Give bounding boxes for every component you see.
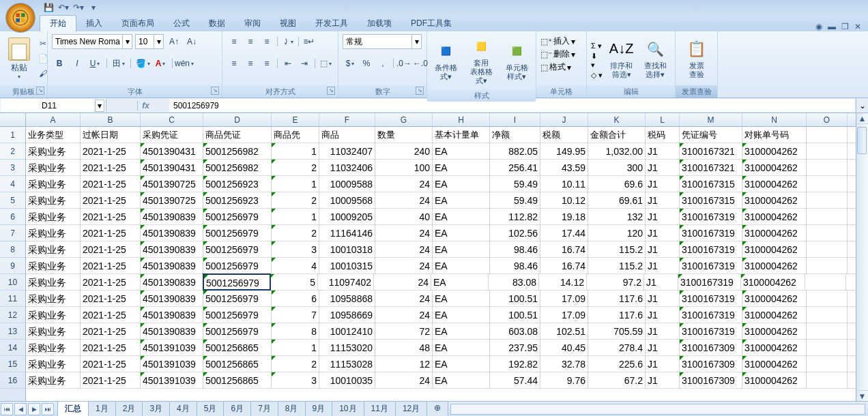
sheet-tab[interactable]: 2月: [115, 402, 143, 417]
data-cell[interactable]: 3: [272, 241, 319, 257]
data-cell[interactable]: 3100004262: [742, 291, 807, 306]
data-cell[interactable]: 2021-1-25: [81, 209, 141, 224]
increase-decimal-icon[interactable]: .0→: [396, 56, 411, 71]
data-cell[interactable]: 6: [272, 291, 319, 306]
data-cell[interactable]: 4501390839: [141, 274, 203, 290]
sheet-tab[interactable]: 10月: [332, 402, 364, 417]
data-cell[interactable]: J1: [646, 356, 680, 372]
data-cell[interactable]: J1: [646, 209, 680, 224]
column-header[interactable]: F: [319, 113, 375, 126]
horizontal-scrollbar[interactable]: [450, 404, 865, 415]
sheet-nav-last-icon[interactable]: ⏭: [42, 403, 54, 415]
data-cell[interactable]: 11153020: [319, 340, 375, 355]
data-cell[interactable]: 3100167319: [680, 307, 742, 323]
ribbon-tab[interactable]: 开始: [40, 15, 76, 31]
table-format-button[interactable]: 🟨套用 表格格式▾: [464, 34, 499, 87]
data-cell[interactable]: 1: [272, 176, 319, 192]
autosum-button[interactable]: Σ ▾: [591, 42, 603, 50]
data-cell[interactable]: 5001256979: [203, 209, 272, 224]
data-cell[interactable]: 3100004262: [742, 176, 807, 192]
cell-styles-button[interactable]: 🟩单元格 样式▾: [502, 39, 532, 83]
header-cell[interactable]: 过帐日期: [81, 127, 141, 143]
data-cell[interactable]: 10012410: [319, 323, 375, 339]
data-cell[interactable]: 300: [588, 160, 646, 175]
data-cell[interactable]: 69.6: [588, 176, 646, 192]
data-cell[interactable]: 4501390839: [141, 225, 203, 241]
data-cell[interactable]: 5001256982: [203, 160, 272, 175]
data-cell[interactable]: 5001256979: [203, 225, 272, 241]
data-cell[interactable]: J1: [646, 372, 680, 388]
data-cell[interactable]: 705.59: [588, 323, 646, 339]
data-cell[interactable]: 4501390839: [141, 209, 203, 224]
sheet-tab[interactable]: 1月: [88, 402, 116, 417]
row-header[interactable]: 5: [0, 192, 25, 209]
data-cell[interactable]: 5001256979: [203, 291, 272, 306]
data-cell[interactable]: 24: [375, 372, 433, 388]
data-cell[interactable]: 3100004262: [742, 192, 807, 208]
row-header[interactable]: 8: [0, 241, 25, 258]
data-cell[interactable]: J1: [646, 323, 680, 339]
name-box-dropdown-icon[interactable]: ▾: [95, 100, 104, 112]
data-cell[interactable]: 3100167321: [680, 160, 742, 175]
data-cell[interactable]: EA: [433, 192, 490, 208]
data-cell[interactable]: 采购业务: [26, 258, 81, 273]
comma-icon[interactable]: ,: [375, 56, 390, 71]
data-cell[interactable]: 11032406: [319, 160, 375, 175]
data-cell[interactable]: J1: [646, 176, 680, 192]
data-cell[interactable]: 5: [270, 274, 318, 290]
data-cell[interactable]: 11097402: [318, 274, 374, 290]
data-cell[interactable]: 2: [272, 225, 319, 241]
qat-undo-icon[interactable]: ↶▾: [57, 1, 70, 14]
font-color-button[interactable]: A: [153, 56, 168, 71]
data-cell[interactable]: 98.46: [490, 258, 540, 273]
data-cell[interactable]: 11153028: [319, 356, 375, 372]
data-cell[interactable]: 102.51: [540, 323, 588, 339]
data-cell[interactable]: 4501391039: [141, 372, 203, 388]
clipboard-dialog-icon[interactable]: ↘: [36, 87, 44, 95]
data-cell[interactable]: 24: [375, 258, 433, 273]
data-cell[interactable]: 2021-1-25: [81, 274, 141, 290]
data-cell[interactable]: 3100167319: [680, 258, 742, 273]
data-cell[interactable]: 256.41: [490, 160, 540, 175]
data-cell[interactable]: EA: [433, 258, 490, 273]
sheet-nav-next-icon[interactable]: ▶: [28, 403, 40, 415]
data-cell[interactable]: 3100167309: [680, 372, 742, 388]
increase-font-icon[interactable]: A↑: [167, 34, 182, 49]
data-cell[interactable]: 采购业务: [26, 192, 81, 208]
data-cell[interactable]: 43.59: [540, 160, 588, 175]
data-cell[interactable]: 采购业务: [26, 209, 81, 224]
sheet-tab[interactable]: 4月: [169, 402, 197, 417]
help-icon[interactable]: ◉: [815, 22, 822, 31]
data-cell[interactable]: 采购业务: [26, 356, 81, 372]
invoice-check-button[interactable]: 📋发票 查验: [680, 37, 713, 80]
data-cell[interactable]: 112.82: [490, 209, 540, 224]
data-cell[interactable]: 48: [375, 340, 433, 355]
data-cell[interactable]: EA: [433, 176, 490, 192]
data-cell[interactable]: 24: [375, 291, 433, 306]
data-cell[interactable]: 97.2: [587, 274, 644, 290]
header-cell[interactable]: 采购凭证: [141, 127, 203, 143]
data-cell[interactable]: 2: [272, 356, 319, 372]
data-cell[interactable]: 5001256865: [203, 372, 272, 388]
data-cell[interactable]: 117.6: [588, 307, 646, 323]
header-cell[interactable]: 对账单号码: [742, 127, 807, 143]
data-cell[interactable]: [807, 307, 848, 323]
data-cell[interactable]: 14.12: [539, 274, 587, 290]
column-header[interactable]: A: [26, 113, 81, 126]
data-cell[interactable]: EA: [433, 241, 490, 257]
row-header[interactable]: 13: [0, 323, 25, 340]
data-cell[interactable]: 12: [375, 356, 433, 372]
data-cell[interactable]: 67.2: [588, 372, 646, 388]
data-cell[interactable]: 3100004262: [742, 241, 807, 257]
conditional-format-button[interactable]: 🟦条件格式▾: [431, 39, 461, 83]
data-cell[interactable]: 2021-1-25: [81, 340, 141, 355]
data-cell[interactable]: 10010035: [319, 372, 375, 388]
merge-cells-icon[interactable]: ⬚: [318, 56, 333, 71]
header-cell[interactable]: 商品凭证: [203, 127, 272, 143]
data-cell[interactable]: 17.09: [540, 307, 588, 323]
ribbon-tab[interactable]: 加载项: [358, 16, 401, 31]
row-header[interactable]: 16: [0, 372, 25, 389]
qat-more-icon[interactable]: ▾: [87, 1, 100, 14]
data-cell[interactable]: 采购业务: [26, 307, 81, 323]
data-cell[interactable]: [807, 323, 848, 339]
